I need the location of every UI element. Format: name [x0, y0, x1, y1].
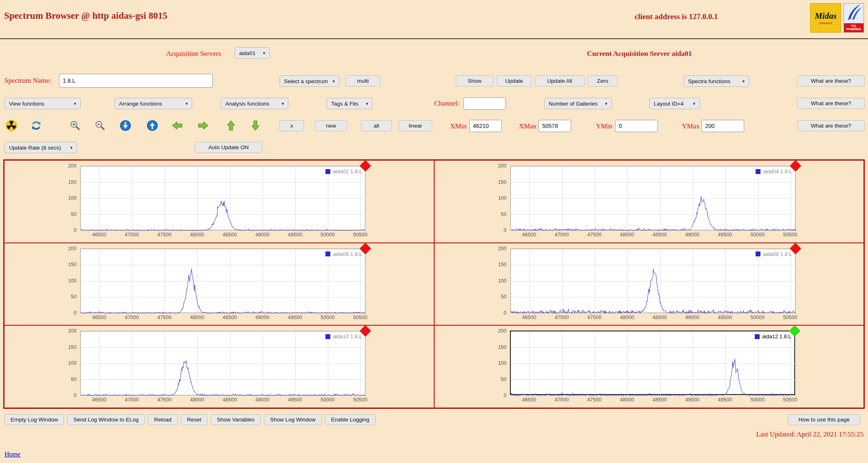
spectrum-plot-aida12[interactable]: aida12 1.8.L [510, 331, 795, 395]
y-tick-label: 0 [74, 392, 77, 398]
layout-id-value: Layout ID=4 [654, 101, 683, 107]
zero-button[interactable]: Zero [588, 75, 617, 86]
x-tick-label: 47000 [549, 232, 574, 238]
x-tick-label: 49500 [283, 315, 307, 320]
zoom-out-icon[interactable] [94, 120, 105, 131]
xmax-input[interactable] [538, 120, 571, 132]
arrange-functions-dropdown[interactable]: Arrange functions [114, 98, 192, 109]
arrow-up-circle-icon[interactable] [147, 120, 158, 131]
what-are-these-button-3[interactable]: What are these? [797, 120, 865, 131]
y-axis-aida12: 050100150200 [491, 331, 509, 395]
spectrum-plot-aida10[interactable]: aida10 1.8.L [80, 331, 365, 395]
tags-fits-dropdown[interactable]: Tags & Fits [327, 98, 373, 109]
x-tick-label: 49500 [713, 397, 737, 403]
ymin-input[interactable] [615, 120, 658, 132]
view-functions-dropdown[interactable]: View functions [4, 98, 81, 109]
show-button[interactable]: Show [456, 75, 493, 86]
y-tick-label: 50 [71, 212, 77, 217]
select-spectrum-value: Select a spectrum [284, 78, 328, 84]
linear-button[interactable]: linear [399, 120, 432, 131]
all-button[interactable]: all [361, 120, 392, 131]
number-of-galleries-dropdown[interactable]: Number of Galleries [544, 98, 612, 109]
ymax-input[interactable] [701, 120, 744, 132]
update-rate-dropdown[interactable]: Update Rate (8 secs) [4, 142, 77, 153]
update-all-button[interactable]: Update All [535, 75, 585, 86]
x-tick-label: 47500 [582, 315, 607, 320]
analysis-functions-dropdown[interactable]: Analysis functions [221, 98, 288, 109]
update-button[interactable]: Update [497, 75, 532, 86]
gallery-cell-aida08: 050100150200aida08 1.8.L4650047000475004… [434, 243, 864, 326]
x-tick-label: 49000 [680, 397, 705, 403]
spectrum-chart-aida12: 050100150200aida12 1.8.L4650047000475004… [491, 331, 800, 405]
legend-swatch [325, 334, 330, 339]
select-spectrum-dropdown[interactable]: Select a spectrum [279, 75, 339, 87]
y-tick-label: 150 [498, 179, 507, 185]
layout-id-dropdown[interactable]: Layout ID=4 [649, 98, 700, 109]
radiation-icon[interactable] [6, 120, 17, 131]
tcl-logo-text: TCL POWERED [844, 23, 864, 32]
x-tick-label: 47000 [120, 315, 144, 320]
update-rate-value: Update Rate (8 secs) [9, 145, 61, 151]
pan-up-icon[interactable] [225, 120, 237, 131]
x-tick-label: 50500 [778, 397, 802, 403]
xmin-input[interactable] [469, 120, 502, 132]
auto-update-button[interactable]: Auto Update ON [195, 142, 262, 153]
what-are-these-button-1[interactable]: What are these? [797, 75, 865, 86]
spectrum-chart-aida08: 050100150200aida08 1.8.L4650047000475004… [491, 249, 800, 323]
xmax-label: XMax [519, 122, 536, 130]
x-tick-label: 49500 [713, 232, 737, 238]
x-tick-label: 50500 [778, 315, 802, 320]
x-tick-label: 46500 [87, 397, 111, 403]
legend-swatch [325, 169, 330, 174]
spectrum-chart-aida02: 050100150200aida02 1.8.L4650047000475004… [61, 166, 370, 240]
y-tick-label: 0 [74, 310, 77, 316]
gallery-cell-aida02: 050100150200aida02 1.8.L4650047000475004… [4, 160, 434, 243]
x-tick-label: 50500 [348, 315, 373, 320]
spectra-functions-dropdown[interactable]: Spectra functions [683, 75, 749, 87]
acquisition-server-select[interactable]: aida01 [235, 47, 270, 59]
x-tick-label: 49500 [283, 232, 307, 238]
spectrum-plot-aida08[interactable]: aida08 1.8.L [510, 249, 795, 313]
y-tick-label: 150 [498, 344, 507, 350]
channel-input[interactable] [464, 97, 506, 110]
y-tick-label: 100 [68, 360, 77, 366]
spectrum-chart-aida04: 050100150200aida04 1.8.L4650047000475004… [491, 166, 800, 240]
arrange-functions-value: Arrange functions [119, 101, 162, 107]
enable-logging-button[interactable]: Enable Logging [325, 414, 376, 425]
acquisition-server-value: aida01 [239, 50, 256, 56]
y-tick-label: 50 [501, 212, 507, 217]
empty-log-window-button[interactable]: Empty Log Window [4, 414, 64, 425]
tags-fits-value: Tags & Fits [331, 101, 358, 107]
show-variables-button[interactable]: Show Variables [211, 414, 261, 425]
spectrum-plot-aida04[interactable]: aida04 1.8.L [510, 166, 795, 230]
refresh-icon[interactable] [31, 120, 42, 131]
x-tick-label: 50500 [348, 397, 373, 403]
new-button[interactable]: new [315, 120, 347, 131]
pan-left-icon[interactable] [171, 120, 183, 131]
y-axis-aida02: 050100150200 [61, 166, 79, 230]
spectrum-plot-aida02[interactable]: aida02 1.8.L [80, 166, 365, 230]
y-tick-label: 200 [68, 163, 77, 169]
show-log-window-button[interactable]: Show Log Window [264, 414, 322, 425]
number-of-galleries-value: Number of Galleries [549, 101, 598, 107]
x-tick-label: 47000 [549, 397, 574, 403]
x-tick-label: 48500 [647, 397, 672, 403]
current-acquisition-server: Current Acquisition Server aida01 [587, 49, 692, 58]
pan-down-icon[interactable] [250, 120, 261, 131]
reload-button[interactable]: Reload [148, 414, 178, 425]
spectrum-name-input[interactable] [59, 74, 213, 88]
arrow-down-circle-icon[interactable] [120, 120, 131, 131]
send-log-window-to-elog-button[interactable]: Send Log Window to ELog [67, 414, 145, 425]
reset-button[interactable]: Reset [181, 414, 207, 425]
y-tick-label: 150 [68, 179, 77, 185]
spectrum-plot-aida06[interactable]: aida06 1.8.L [80, 249, 365, 313]
multi-button[interactable]: multi [345, 75, 380, 86]
x-tick-label: 49000 [680, 232, 705, 238]
home-link[interactable]: Home [4, 451, 20, 458]
x-button[interactable]: x [279, 120, 304, 131]
pan-right-icon[interactable] [198, 120, 209, 131]
zoom-in-icon[interactable] [69, 120, 81, 131]
what-are-these-button-2[interactable]: What are these? [797, 98, 865, 109]
legend-aida02: aida02 1.8.L [325, 168, 362, 174]
how-to-use-button[interactable]: How to use this page [788, 414, 860, 425]
